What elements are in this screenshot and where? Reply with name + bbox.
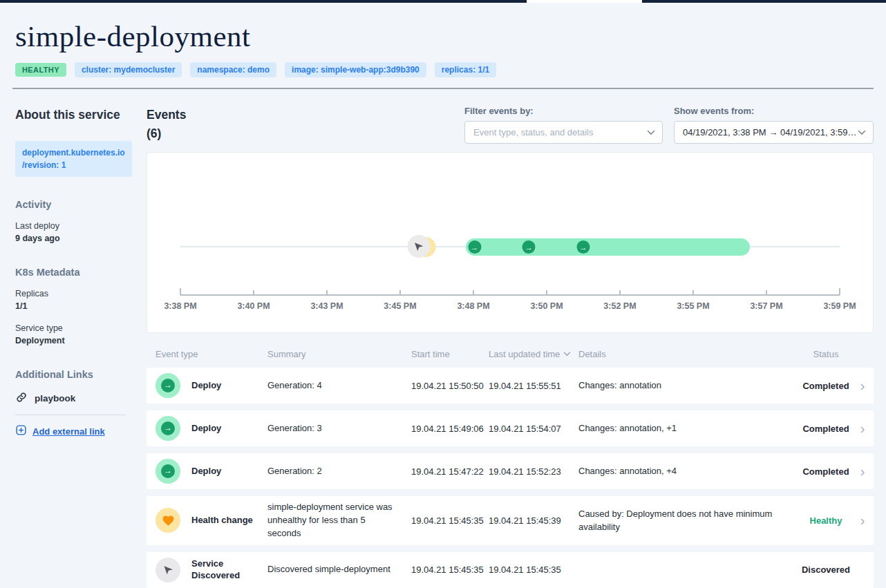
chevron-right-icon: › bbox=[852, 379, 873, 392]
axis-tick bbox=[180, 288, 181, 295]
event-filter-select[interactable]: Event type, status, and details bbox=[464, 121, 663, 144]
plus-square-icon bbox=[15, 424, 27, 438]
column-header-event-type[interactable]: Event type bbox=[147, 349, 267, 359]
last-updated-cell: 19.04.21 15:45:35 bbox=[489, 565, 578, 575]
column-header-start-time[interactable]: Start time bbox=[411, 349, 489, 359]
deploy-event-marker[interactable]: → bbox=[468, 240, 481, 254]
event-type-label: Deploy bbox=[191, 423, 221, 435]
column-header-last-updated-time[interactable]: Last updated time bbox=[489, 349, 578, 359]
start-time-cell: 19.04.21 15:47:22 bbox=[411, 466, 489, 477]
playbook-link[interactable]: playbook bbox=[15, 391, 126, 406]
axis-tick-label: 3:48 PM bbox=[457, 301, 489, 311]
status-badge: Discovered bbox=[800, 565, 852, 575]
chevron-down-icon bbox=[858, 130, 866, 135]
top-window-bar-left bbox=[0, 0, 527, 3]
events-timeline-card: →→→ 3:38 PM3:40 PM3:43 PM3:45 PM3:48 PM3… bbox=[147, 152, 874, 333]
service-discovered-marker[interactable] bbox=[407, 235, 430, 258]
axis-tick-label: 3:38 PM bbox=[164, 301, 196, 311]
start-time-cell: 19.04.21 15:45:35 bbox=[411, 515, 489, 526]
header-badge: namespace: demo bbox=[190, 62, 276, 77]
table-row[interactable]: Service DiscoveredDiscovered simple-depl… bbox=[147, 552, 874, 588]
arrow-right-icon: → bbox=[161, 379, 175, 392]
link-icon bbox=[15, 391, 28, 406]
details-cell: Changes: annotation, +1 bbox=[578, 421, 800, 435]
table-row[interactable]: →DeployGeneration: 319.04.21 15:49:0619.… bbox=[147, 410, 874, 446]
column-header-spacer bbox=[852, 349, 873, 359]
axis-tick-label: 3:55 PM bbox=[677, 301, 709, 311]
details-cell: Changes: annotation bbox=[578, 379, 800, 392]
summary-cell: Generation: 4 bbox=[267, 379, 411, 392]
show-events-group: Show events from: 04/19/2021, 3:38 PM → … bbox=[674, 106, 874, 144]
health-heart-icon bbox=[155, 508, 180, 533]
axis-tick bbox=[326, 290, 328, 295]
deploy-window-band[interactable] bbox=[466, 238, 750, 256]
additional-links-heading: Additional Links bbox=[15, 369, 126, 380]
last-deploy-label: Last deploy bbox=[15, 221, 59, 231]
add-external-link-label: Add external link bbox=[32, 426, 105, 437]
events-count: (6) bbox=[147, 126, 161, 140]
sidebar-separator bbox=[15, 415, 126, 415]
events-title-text: Events bbox=[147, 108, 186, 122]
start-time-cell: 19.04.21 15:50:50 bbox=[411, 381, 489, 391]
deploy-event-marker[interactable]: → bbox=[577, 240, 590, 254]
event-type-cell: Health change bbox=[147, 508, 267, 533]
page-header: simple-deployment HEALTHY cluster: mydem… bbox=[0, 0, 886, 77]
axis-tick bbox=[399, 290, 401, 295]
chevron-down-icon bbox=[647, 130, 655, 135]
column-header-summary[interactable]: Summary bbox=[267, 349, 411, 359]
header-badge: cluster: mydemocluster bbox=[75, 62, 182, 77]
date-range-select[interactable]: 04/19/2021, 3:38 PM → 04/19/2021, 3:59… bbox=[674, 121, 874, 144]
summary-cell: simple-deployment service was unhealthy … bbox=[267, 501, 411, 540]
content: About this service deployment.kubernetes… bbox=[0, 89, 886, 588]
filter-events-group: Filter events by: Event type, status, an… bbox=[464, 106, 663, 144]
deploy-event-marker[interactable]: → bbox=[522, 240, 536, 254]
add-external-link-button[interactable]: Add external link bbox=[15, 424, 126, 438]
column-header-status[interactable]: Status bbox=[800, 349, 852, 359]
status-badge: Healthy bbox=[800, 515, 852, 526]
timeline-zone: →→→ bbox=[180, 153, 840, 332]
revision-badge: deployment.kubernetes.io /revision: 1 bbox=[15, 141, 132, 177]
events-main: Events (6) Filter events by: Event type,… bbox=[147, 106, 874, 588]
event-type-cell: →Deploy bbox=[147, 373, 267, 398]
event-type-cell: →Deploy bbox=[147, 459, 267, 484]
replicas: Replicas 1/1 bbox=[15, 288, 126, 312]
service-type: Service type Deployment bbox=[15, 323, 126, 347]
sidebar-title: About this service bbox=[15, 106, 126, 124]
table-row[interactable]: →DeployGeneration: 219.04.21 15:47:2219.… bbox=[147, 453, 874, 489]
table-row[interactable]: →DeployGeneration: 419.04.21 15:50:5019.… bbox=[147, 368, 874, 404]
header-badges: HEALTHY cluster: mydemoclusternamespace:… bbox=[15, 62, 874, 77]
column-header-details[interactable]: Details bbox=[578, 349, 800, 359]
sort-chevron-icon bbox=[563, 352, 571, 357]
axis-tick bbox=[546, 290, 547, 295]
axis-tick bbox=[619, 290, 621, 295]
table-row[interactable]: Health changesimple-deployment service w… bbox=[147, 496, 874, 545]
axis-tick bbox=[253, 290, 254, 295]
activity-heading: Activity bbox=[15, 199, 126, 210]
status-badge: Completed bbox=[800, 466, 852, 477]
timeline-axis: 3:38 PM3:40 PM3:43 PM3:45 PM3:48 PM3:50 … bbox=[180, 294, 840, 296]
header-badge: replicas: 1/1 bbox=[435, 62, 496, 77]
service-type-value: Deployment bbox=[15, 336, 65, 345]
deploy-icon: → bbox=[155, 373, 180, 398]
events-table-header: Event typeSummaryStart timeLast updated … bbox=[147, 341, 874, 368]
replicas-label: Replicas bbox=[15, 289, 48, 298]
header-badge: image: simple-web-app:3d9b390 bbox=[285, 62, 426, 77]
last-deploy: Last deploy 9 days ago bbox=[15, 220, 126, 245]
start-time-cell: 19.04.21 15:49:06 bbox=[411, 424, 489, 434]
event-type-cell: Service Discovered bbox=[147, 558, 267, 582]
chevron-right-icon: › bbox=[852, 421, 873, 435]
axis-tick-label: 3:43 PM bbox=[310, 301, 343, 311]
details-cell: Caused by: Deployment does not have mini… bbox=[578, 507, 800, 534]
events-table-body: →DeployGeneration: 419.04.21 15:50:5019.… bbox=[147, 368, 874, 588]
event-type-label: Deploy bbox=[191, 380, 221, 392]
cursor-arrow-icon bbox=[155, 558, 180, 582]
axis-tick bbox=[766, 290, 767, 295]
k8s-metadata-heading: K8s Metadata bbox=[15, 267, 126, 278]
event-type-label: Health change bbox=[191, 515, 253, 527]
replicas-value: 1/1 bbox=[15, 301, 27, 311]
playbook-link-label: playbook bbox=[35, 393, 75, 404]
details-cell: Changes: annotation, +4 bbox=[578, 464, 800, 478]
summary-cell: Discovered simple-deployment bbox=[267, 563, 411, 576]
axis-tick-label: 3:40 PM bbox=[237, 301, 270, 311]
cursor-arrow-icon bbox=[413, 240, 424, 252]
